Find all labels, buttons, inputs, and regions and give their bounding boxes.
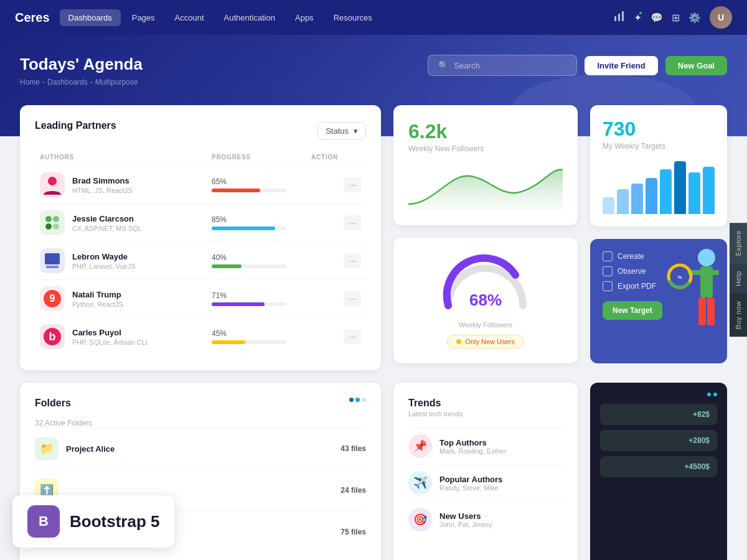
bar-6: [674, 161, 686, 215]
bar-3: [631, 184, 643, 215]
checkbox-observe[interactable]: [603, 266, 613, 276]
grid-icon[interactable]: ⊞: [672, 12, 680, 24]
new-goal-button[interactable]: New Goal: [665, 56, 727, 75]
bar-1: [603, 197, 614, 214]
stat-pill-3: +4500$: [600, 456, 717, 477]
target-count: 730: [603, 118, 715, 141]
svg-point-4: [45, 216, 52, 222]
bar-chart-icon[interactable]: [614, 11, 625, 24]
partner-skills-1: HTML, JS, ReactJS: [72, 187, 133, 194]
checkbox-export[interactable]: [603, 281, 613, 291]
svg-point-6: [45, 223, 52, 230]
svg-rect-1: [618, 14, 620, 21]
svg-text:9: 9: [50, 293, 55, 304]
folder-dots: [349, 398, 366, 402]
progress-pct-3: 40%: [212, 253, 311, 262]
trend-icon-3: 🎯: [408, 508, 432, 531]
search-box[interactable]: 🔍: [428, 55, 577, 76]
trend-name-3: New Users: [439, 511, 492, 521]
explore-tab[interactable]: Explore: [730, 223, 747, 263]
sparkle-icon[interactable]: ✦: [634, 12, 642, 24]
partner-skills-2: C#, ASP.NET, MS SQL: [72, 225, 142, 232]
progress-pct-2: 85%: [212, 215, 311, 224]
svg-point-3: [48, 177, 57, 185]
list-item: 🎯 New Users John, Pat, Jimmy: [408, 501, 563, 538]
bar-8: [703, 167, 715, 215]
nav-item-apps[interactable]: Apps: [286, 9, 322, 26]
avatar-image: U: [710, 6, 732, 29]
action-dots-1[interactable]: ···: [344, 177, 361, 192]
partner-skills-5: PHP, SQLite, Artisan CLI: [72, 338, 148, 346]
progress-pct-5: 45%: [212, 329, 311, 338]
authors-header: AUTHORS: [40, 154, 212, 161]
followers-card: 6.2k Weekly New Followers: [393, 105, 578, 225]
breadcrumb-home[interactable]: Home: [20, 78, 40, 86]
settings-icon[interactable]: ⚙️: [688, 12, 701, 24]
bar-5: [660, 169, 672, 214]
bootstrap-icon: B: [27, 505, 60, 538]
table-row: Brad Simmons HTML, JS, ReactJS 65% ···: [35, 166, 366, 203]
action-dots-4[interactable]: ···: [344, 291, 361, 306]
svg-rect-19: [707, 297, 715, 325]
right-bottom-stats: +82$ +280$ +4500$: [590, 383, 727, 560]
progress-pct-4: 71%: [212, 291, 311, 300]
gauge-percent: 68%: [469, 291, 502, 310]
bar-4: [646, 178, 657, 215]
message-icon[interactable]: 💬: [651, 12, 663, 24]
wave-chart: [408, 161, 563, 210]
folders-title: Folders: [35, 398, 92, 409]
promo-option-create: Cereate: [603, 251, 715, 261]
partner-name-5: Carles Puyol: [72, 328, 148, 337]
partner-avatar-4: 9: [40, 286, 65, 311]
nav-item-authentication[interactable]: Authentication: [215, 9, 284, 26]
target-label: My Weekly Targets: [603, 142, 715, 151]
breadcrumb-dashboards[interactable]: Dashboards: [47, 78, 88, 86]
table-row: Lebron Wayde PHP, Laravel, VueJS 40% ···: [35, 241, 366, 279]
partner-avatar-3: [40, 248, 65, 273]
trend-sub-2: Randy, Steve, Mike: [439, 484, 502, 492]
nav-item-pages[interactable]: Pages: [123, 9, 164, 26]
nav-item-dashboards[interactable]: Dashboards: [60, 9, 121, 26]
progress-fill-2: [212, 226, 275, 230]
nav-items: Dashboards Pages Account Authentication …: [60, 9, 614, 26]
list-item: 📌 Top Authors Mark, Rowling, Esther: [408, 427, 563, 464]
list-item: 📁 Project Alice 43 files: [35, 427, 366, 469]
search-icon: 🔍: [438, 60, 449, 70]
trends-subtitle: Latest tech trends: [408, 410, 563, 418]
invite-friend-button[interactable]: Invite Friend: [585, 56, 657, 75]
option-observe-label: Observe: [618, 267, 646, 276]
checkbox-create[interactable]: [603, 251, 613, 261]
action-dots-2[interactable]: ···: [344, 215, 361, 230]
gauge-card: 68% Weekly Followers Only New Users: [393, 238, 578, 363]
nav-item-resources[interactable]: Resources: [325, 9, 381, 26]
bar-7: [688, 172, 700, 215]
buy-now-tab[interactable]: Buy now: [730, 294, 747, 337]
promo-options: Cereate Observe Export PDF: [603, 251, 715, 291]
folder-header: Folders 32 Active Folders: [35, 398, 366, 427]
promo-option-export: Export PDF: [603, 281, 715, 291]
promo-card: Cereate Observe Export PDF New Target: [590, 239, 727, 363]
bootstrap-label: Bootstrap 5: [70, 512, 159, 531]
status-dropdown[interactable]: Status ▾: [317, 122, 366, 140]
gauge-chart: 68%: [436, 253, 535, 315]
nav-item-account[interactable]: Account: [166, 9, 213, 26]
table-headers: AUTHORS PROGRESS ACTION: [35, 154, 366, 161]
folder-files-3: 75 files: [341, 528, 366, 536]
action-header: ACTION: [311, 154, 361, 161]
trend-icon-2: ✈️: [408, 471, 432, 495]
action-dots-5[interactable]: ···: [344, 329, 361, 344]
svg-rect-2: [622, 11, 624, 21]
action-dots-3[interactable]: ···: [344, 253, 361, 268]
search-input[interactable]: [454, 61, 566, 70]
partner-avatar-5: b: [40, 324, 65, 349]
table-row: Jessie Clarcson C#, ASP.NET, MS SQL 85% …: [35, 203, 366, 241]
help-tab[interactable]: Help: [730, 263, 747, 294]
status-label: Status: [326, 126, 349, 136]
brand-logo[interactable]: Ceres: [15, 11, 50, 25]
breadcrumb-multipurpose[interactable]: Multipurpose: [95, 78, 138, 86]
partner-name-4: Natali Trump: [72, 290, 123, 299]
avatar[interactable]: U: [710, 6, 732, 29]
new-target-button[interactable]: New Target: [603, 301, 662, 320]
navbar: Ceres Dashboards Pages Account Authentic…: [0, 0, 747, 35]
bar-2: [617, 189, 629, 215]
